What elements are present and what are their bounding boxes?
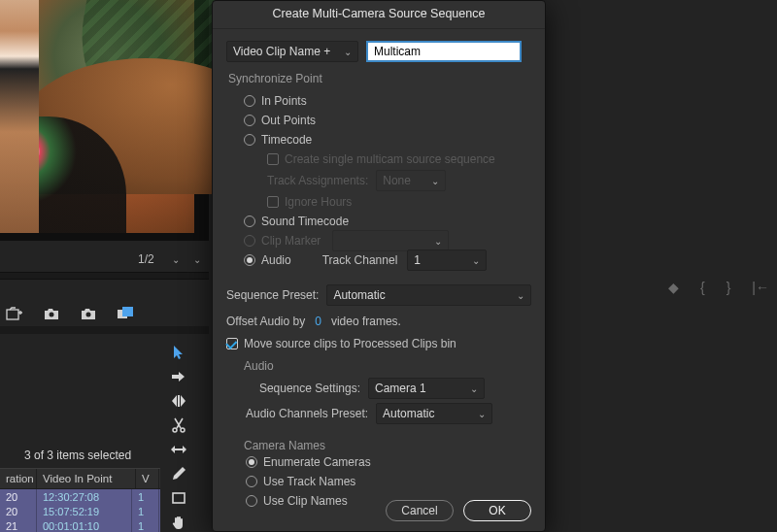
ok-button[interactable]: OK	[463, 500, 531, 521]
cancel-button[interactable]: Cancel	[386, 500, 454, 521]
sync-group-title: Synchronize Point	[228, 72, 531, 85]
check-create-single: Create single multicam source sequence	[267, 150, 531, 169]
ripple-edit-tool-icon[interactable]	[169, 392, 188, 410]
radio-label: Out Points	[261, 114, 316, 127]
chevron-down-icon: ⌄	[472, 255, 480, 266]
sequence-name-input[interactable]	[366, 41, 522, 62]
checkbox-icon	[267, 153, 279, 165]
chevron-down-icon[interactable]: ⌄	[193, 254, 201, 265]
cell-v: 1	[132, 489, 159, 504]
radio-icon	[244, 235, 255, 247]
svg-point-5	[173, 428, 177, 432]
panel-divider[interactable]	[0, 326, 209, 334]
cell-v: 1	[132, 504, 159, 518]
audio-channels-label: Audio Channels Preset:	[246, 407, 368, 420]
radio-timecode[interactable]: Timecode	[244, 130, 531, 150]
editor-background: 1/2 ⌄ ⌄ 3 of 3 items selected ration Vid…	[0, 0, 777, 532]
arrow-left-icon[interactable]: |←	[752, 280, 769, 295]
rectangle-tool-icon[interactable]	[169, 489, 188, 507]
bracket-close-icon[interactable]: }	[726, 280, 731, 295]
export-frame-icon[interactable]	[6, 307, 23, 320]
sequence-settings-label: Sequence Settings:	[246, 382, 360, 395]
table-row[interactable]: 20 15:07:52:19 1	[0, 504, 160, 518]
multicam-dialog: Create Multi-Camera Source Sequence Vide…	[212, 0, 546, 532]
bracket-open-icon[interactable]: {	[700, 280, 705, 295]
camera-icon[interactable]	[43, 307, 60, 320]
project-table-header: ration Video In Point V	[0, 468, 160, 489]
chevron-down-icon: ⌄	[431, 176, 439, 186]
zoom-controls: 1/2 ⌄ ⌄	[134, 250, 201, 268]
dialog-title: Create Multi-Camera Source Sequence	[213, 1, 545, 29]
col-v[interactable]: V	[136, 469, 159, 488]
radio-icon	[244, 254, 255, 266]
track-channel-dropdown[interactable]: 1 ⌄	[407, 249, 487, 271]
check-move-clips[interactable]: Move source clips to Processed Clips bin	[226, 334, 531, 353]
selection-tool-icon[interactable]	[169, 344, 188, 361]
radio-sound-timecode[interactable]: Sound Timecode	[244, 212, 531, 231]
radio-label: Clip Marker	[261, 234, 321, 248]
panel-divider[interactable]	[0, 272, 209, 280]
svg-rect-4	[122, 307, 133, 316]
clip-name-dropdown[interactable]: Video Clip Name + ⌄	[226, 41, 358, 62]
svg-point-2	[86, 313, 91, 317]
chevron-down-icon: ⌄	[517, 290, 524, 301]
radio-clip-marker: Clip Marker ⌄	[244, 231, 531, 250]
radio-label: Audio	[261, 253, 291, 267]
razor-tool-icon[interactable]	[169, 416, 188, 434]
track-assignments-row: Track Assignments: None ⌄	[267, 169, 531, 192]
checkbox-icon	[267, 196, 279, 208]
sequence-preset-dropdown[interactable]: Automatic ⌄	[326, 284, 531, 306]
cell-video-in: 00:01:01:10	[37, 518, 132, 532]
sequence-settings-dropdown[interactable]: Camera 1 ⌄	[368, 378, 485, 399]
pen-tool-icon[interactable]	[169, 465, 188, 482]
overlay-icon[interactable]	[117, 307, 134, 320]
table-row[interactable]: 21 00:01:01:10 1	[0, 518, 160, 532]
camera-icon[interactable]	[80, 307, 97, 320]
check-ignore-hours: Ignore Hours	[267, 192, 531, 212]
offset-audio-suffix: video frames.	[331, 315, 401, 328]
cell-video-in: 15:07:52:19	[37, 504, 132, 518]
radio-label: Use Clip Names	[263, 494, 348, 508]
hand-tool-icon[interactable]	[169, 514, 188, 531]
track-assignments-value: None	[383, 174, 411, 187]
check-label: Ignore Hours	[285, 195, 352, 209]
project-table-body: 20 12:30:27:08 1 20 15:07:52:19 1 21 00:…	[0, 489, 160, 532]
clip-marker-dropdown: ⌄	[332, 230, 449, 251]
track-channel-label: Track Channel	[322, 253, 398, 267]
radio-icon	[244, 134, 255, 146]
radio-icon	[244, 95, 255, 107]
table-row[interactable]: 20 12:30:27:08 1	[0, 489, 160, 504]
col-video-in[interactable]: Video In Point	[37, 469, 136, 488]
marker-icon[interactable]: ◆	[668, 280, 679, 295]
audio-channels-value: Automatic	[383, 407, 434, 420]
audio-channels-dropdown[interactable]: Automatic ⌄	[376, 403, 492, 424]
col-duration[interactable]: ration	[0, 469, 37, 488]
slip-tool-icon[interactable]	[169, 441, 188, 458]
chevron-down-icon: ⌄	[470, 383, 478, 394]
check-label: Create single multicam source sequence	[285, 152, 495, 166]
zoom-dropdown[interactable]: 1/2 ⌄	[134, 250, 184, 268]
preview-thumbnail	[0, 0, 194, 233]
svg-rect-7	[173, 493, 185, 503]
track-select-tool-icon[interactable]	[169, 368, 188, 385]
radio-audio[interactable]: Audio Track Channel 1 ⌄	[244, 250, 531, 270]
program-monitor	[0, 0, 209, 241]
radio-out-points[interactable]: Out Points	[244, 111, 531, 130]
chevron-down-icon: ⌄	[344, 47, 352, 57]
offset-audio-value[interactable]: 0	[315, 315, 321, 328]
svg-point-1	[50, 313, 54, 317]
radio-enumerate-cameras[interactable]: Enumerate Cameras	[246, 452, 531, 472]
zoom-value: 1/2	[138, 252, 154, 266]
radio-in-points[interactable]: In Points	[244, 91, 531, 111]
radio-label: Enumerate Cameras	[263, 455, 371, 469]
radio-icon	[246, 495, 257, 507]
offset-audio-prefix: Offset Audio by	[226, 315, 305, 328]
svg-point-6	[181, 428, 185, 432]
clip-name-dropdown-label: Video Clip Name +	[233, 45, 330, 58]
radio-use-track-names[interactable]: Use Track Names	[246, 472, 531, 491]
monitor-toolbar	[6, 307, 134, 320]
cell-video-in: 12:30:27:08	[37, 489, 132, 504]
cell-v: 1	[132, 518, 159, 532]
track-channel-value: 1	[414, 253, 421, 267]
cell-duration: 21	[0, 518, 37, 532]
